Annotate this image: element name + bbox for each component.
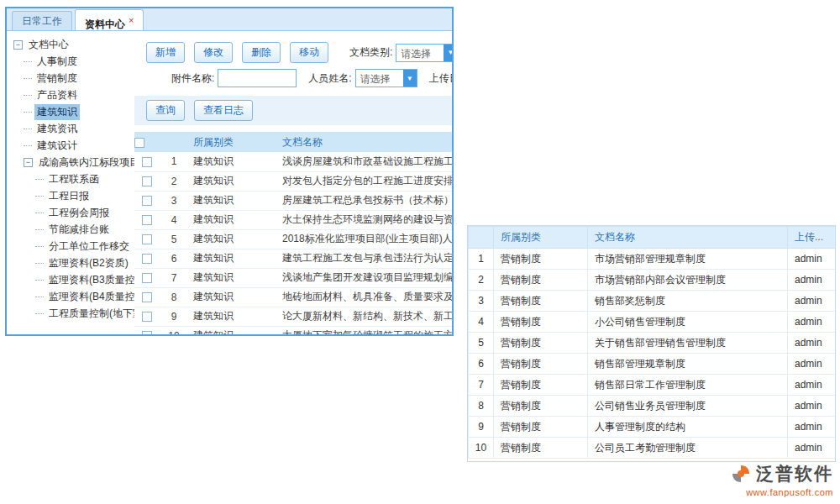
table-row[interactable]: 5营销制度关于销售部管理销售管理制度admin (469, 333, 836, 354)
table-row[interactable]: 3建筑知识房屋建筑工程总承包投标书（技术标）... (134, 191, 452, 210)
row-category: 建筑知识 (188, 210, 277, 229)
row-checkbox[interactable] (142, 176, 152, 186)
docname-column-header: 文档名称 (588, 227, 788, 249)
view-log-button[interactable]: 查看日志 (194, 100, 253, 121)
row-checkbox-cell (134, 171, 160, 191)
row-checkbox[interactable] (142, 157, 152, 167)
doc-category-select[interactable]: 请选择 ▼ (396, 44, 452, 62)
table-row[interactable]: 10建筑知识大厦地下室加气砼墙砌筑工程的施工方... (134, 326, 452, 336)
table-header-row: 所属别类 文档名称 上传... (469, 227, 836, 249)
tree-collapse-icon[interactable]: − (24, 158, 33, 167)
tree-branch-line (35, 246, 44, 247)
sidebar-item[interactable]: 产品资料 (10, 87, 134, 103)
table-row[interactable]: 4营销制度小公司销售管理制度admin (469, 312, 836, 333)
row-docname: 房屋建筑工程总承包投标书（技术标）... (277, 191, 452, 210)
add-button[interactable]: 新增 (146, 42, 185, 63)
tree-collapse-icon[interactable]: − (13, 40, 23, 50)
query-button[interactable]: 查询 (146, 100, 185, 121)
sidebar-item[interactable]: 建筑资讯 (10, 120, 134, 137)
sidebar-item-label: 监理资料(B3质量控制) (46, 272, 134, 288)
table-row[interactable]: 1建筑知识浅谈房屋建筑和市政基础设施工程施工... (134, 152, 452, 171)
row-checkbox[interactable] (142, 215, 152, 225)
sidebar-item-label: 工程质量控制(地下室) (46, 306, 134, 322)
move-button[interactable]: 移动 (290, 42, 328, 63)
tab-daily-work[interactable]: 日常工作 (12, 11, 72, 30)
row-checkbox[interactable] (142, 234, 152, 244)
sidebar-item[interactable]: 建筑知识 (10, 103, 134, 120)
sidebar-item[interactable]: 节能减排台账 (10, 221, 134, 238)
sidebar-item-label: 建筑设计 (34, 138, 80, 154)
table-row[interactable]: 6营销制度销售部管理规章制度admin (469, 354, 836, 375)
window-body: −文档中心人事制度营销制度产品资料建筑知识建筑资讯建筑设计−成渝高铁内江标段项目… (7, 31, 452, 336)
row-category: 建筑知识 (188, 152, 277, 171)
row-docname: 人事管理制度的结构 (588, 417, 788, 438)
table-row[interactable]: 7营销制度销售部日常工作管理制度admin (469, 375, 836, 396)
sidebar-item-label: 成渝高铁内江标段项目 (36, 155, 134, 171)
row-uploader: admin (788, 438, 836, 459)
delete-button[interactable]: 删除 (242, 42, 281, 63)
table-row[interactable]: 2建筑知识对发包人指定分包的工程施工进度安排... (134, 171, 452, 191)
sidebar-item-label: 监理资料(B2资质) (46, 255, 131, 271)
row-uploader: admin (788, 333, 836, 354)
sidebar-item[interactable]: 监理资料(B2资质) (10, 255, 134, 271)
row-docname: 销售部奖惩制度 (588, 291, 788, 312)
table-row[interactable]: 2营销制度市场营销部内部会议管理制度admin (469, 270, 836, 291)
row-category: 营销制度 (494, 438, 588, 459)
table-row[interactable]: 9建筑知识论大厦新材料、新结构、新技术、新工... (134, 307, 452, 326)
row-uploader: admin (788, 396, 836, 417)
tree-branch-line (35, 213, 44, 213)
row-category: 建筑知识 (188, 307, 277, 326)
sidebar-item[interactable]: 营销制度 (10, 70, 134, 87)
sidebar-item[interactable]: 监理资料(B4质量控制) (10, 288, 134, 305)
sidebar-item[interactable]: 监理资料(B3质量控制) (10, 271, 134, 288)
row-checkbox[interactable] (142, 254, 152, 264)
table-row[interactable]: 10营销制度公司员工考勤管理制度admin (469, 438, 836, 459)
sidebar-item[interactable]: 建筑设计 (10, 137, 134, 154)
table-row[interactable]: 4建筑知识水土保持生态环境监测网络的建设与资... (134, 210, 452, 229)
brand-watermark: 泛普软件 www.fanpusoft.com (731, 462, 833, 497)
row-category: 营销制度 (494, 333, 588, 354)
sidebar-item[interactable]: 分工单位工作移交 (10, 238, 134, 255)
table-row[interactable]: 7建筑知识浅谈地产集团开发建设项目监理规划编... (134, 268, 452, 287)
tab-data-center[interactable]: 资料中心× (75, 9, 144, 30)
table-row[interactable]: 3营销制度销售部奖惩制度admin (469, 291, 836, 312)
edit-button[interactable]: 修改 (194, 42, 233, 63)
row-checkbox[interactable] (142, 331, 152, 336)
sidebar-item-label: 分工单位工作移交 (46, 239, 132, 255)
uploader-column-header: 上传... (788, 227, 836, 249)
row-docname: 公司员工考勤管理制度 (588, 438, 788, 459)
row-category: 建筑知识 (188, 326, 277, 336)
table-row[interactable]: 6建筑知识建筑工程施工发包与承包违法行为认定... (134, 249, 452, 268)
attachment-name-input[interactable] (218, 69, 297, 87)
table-row[interactable]: 1营销制度市场营销部管理规章制度admin (469, 249, 836, 270)
table-row[interactable]: 8建筑知识地砖地面材料、机具准备、质量要求及... (134, 287, 452, 307)
row-checkbox[interactable] (142, 196, 152, 206)
row-number: 10 (469, 438, 494, 459)
row-checkbox[interactable] (142, 292, 152, 302)
number-column-header (469, 227, 494, 249)
tree-branch-line (35, 313, 44, 314)
table-row[interactable]: 8营销制度公司销售业务员管理制度admin (469, 396, 836, 417)
sidebar-item[interactable]: 工程例会周报 (10, 204, 134, 221)
sidebar-item[interactable]: 工程日报 (10, 187, 134, 204)
tab-close-icon[interactable]: × (129, 15, 134, 25)
sidebar-item[interactable]: 人事制度 (10, 53, 134, 70)
row-checkbox[interactable] (142, 312, 152, 322)
row-checkbox[interactable] (142, 273, 152, 283)
row-category: 营销制度 (494, 354, 588, 375)
row-number: 4 (160, 210, 188, 229)
sidebar-item[interactable]: 工程联系函 (10, 171, 134, 187)
person-name-select[interactable]: 请选择 ▼ (355, 69, 417, 87)
row-checkbox-cell (134, 249, 160, 268)
table-row[interactable]: 5建筑知识2018标准化监理项目部(业主项目部)人员... (134, 229, 452, 249)
floating-results-table: 所属别类 文档名称 上传... 1营销制度市场营销部管理规章制度admin2营销… (467, 225, 836, 462)
tree-branch-line (35, 179, 44, 180)
sidebar-item[interactable]: −文档中心 (10, 36, 134, 53)
sidebar-item[interactable]: −成渝高铁内江标段项目 (10, 154, 134, 171)
row-category: 建筑知识 (188, 171, 277, 191)
sidebar-item[interactable]: 工程质量控制(地下室) (10, 305, 134, 322)
row-docname: 水土保持生态环境监测网络的建设与资... (277, 210, 452, 229)
select-all-checkbox[interactable] (134, 138, 144, 148)
document-center-window: 日常工作 资料中心× −文档中心人事制度营销制度产品资料建筑知识建筑资讯建筑设计… (5, 7, 454, 336)
table-row[interactable]: 9营销制度人事管理制度的结构admin (469, 417, 836, 438)
